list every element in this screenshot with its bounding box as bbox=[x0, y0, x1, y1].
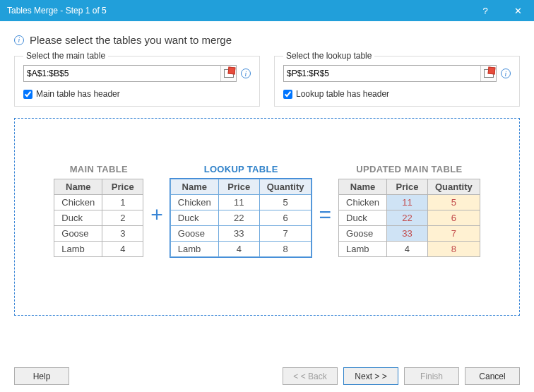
updated-table-title: UPDATED MAIN TABLE bbox=[356, 164, 462, 174]
table-cell: 4 bbox=[386, 242, 427, 257]
column-header: Name bbox=[339, 179, 387, 195]
lookup-has-header-row[interactable]: Lookup table has header bbox=[283, 89, 511, 99]
table-cell: 4 bbox=[218, 242, 259, 257]
table-row: Lamb48 bbox=[339, 242, 480, 257]
table-cell: 8 bbox=[259, 242, 312, 257]
main-table-title: MAIN TABLE bbox=[70, 164, 128, 174]
table-cell: Lamb bbox=[339, 242, 387, 257]
main-table-range-input[interactable] bbox=[23, 65, 237, 82]
table-cell: 11 bbox=[218, 195, 259, 210]
lookup-table-legend: Select the lookup table bbox=[283, 51, 374, 61]
main-table-legend: Select the main table bbox=[23, 51, 108, 61]
table-cell: 11 bbox=[386, 195, 427, 210]
table-row: Goose337 bbox=[339, 226, 480, 242]
table-cell: 22 bbox=[386, 210, 427, 226]
table-row: Goose3 bbox=[54, 226, 143, 242]
main-table-group: Select the main table i Main table has h… bbox=[14, 56, 260, 107]
table-cell: Chicken bbox=[170, 195, 218, 210]
help-button[interactable]: Help bbox=[14, 367, 69, 385]
table-cell: Duck bbox=[170, 210, 218, 226]
table-row: Chicken1 bbox=[54, 195, 143, 210]
table-row: Duck2 bbox=[54, 210, 143, 226]
column-header: Price bbox=[218, 179, 259, 195]
range-select-icon bbox=[224, 69, 234, 78]
lookup-table-group: Select the lookup table i Lookup table h… bbox=[274, 56, 520, 107]
main-has-header-checkbox[interactable] bbox=[23, 90, 32, 99]
main-range-select-button[interactable] bbox=[220, 66, 236, 81]
lookup-range-select-button[interactable] bbox=[480, 66, 496, 81]
table-cell: 7 bbox=[427, 226, 480, 242]
table-cell: 22 bbox=[218, 210, 259, 226]
updated-table-preview: UPDATED MAIN TABLE NamePriceQuantityChic… bbox=[338, 164, 480, 257]
back-button[interactable]: < < Back bbox=[283, 367, 338, 385]
column-header: Price bbox=[386, 179, 427, 195]
column-header: Quantity bbox=[427, 179, 480, 195]
table-row: Chicken115 bbox=[339, 195, 480, 210]
main-table-preview: MAIN TABLE NamePriceChicken1Duck2Goose3L… bbox=[54, 164, 143, 257]
table-cell: Goose bbox=[339, 226, 387, 242]
table-cell: 7 bbox=[259, 226, 312, 242]
table-cell: 6 bbox=[427, 210, 480, 226]
table-row: Duck226 bbox=[170, 210, 312, 226]
table-row: Goose337 bbox=[170, 226, 312, 242]
column-header: Quantity bbox=[259, 179, 312, 195]
lookup-table-preview: LOOKUP TABLE NamePriceQuantityChicken115… bbox=[170, 164, 312, 257]
table-cell: Chicken bbox=[339, 195, 387, 210]
table-row: Duck226 bbox=[339, 210, 480, 226]
info-icon: i bbox=[14, 35, 24, 45]
info-icon[interactable]: i bbox=[241, 69, 251, 78]
table-cell: Duck bbox=[54, 210, 102, 226]
table-row: Lamb48 bbox=[170, 242, 312, 257]
table-cell: 8 bbox=[427, 242, 480, 257]
finish-button[interactable]: Finish bbox=[404, 367, 459, 385]
table-cell: Duck bbox=[339, 210, 387, 226]
range-select-icon bbox=[484, 69, 494, 78]
table-row: Lamb4 bbox=[54, 242, 143, 257]
main-has-header-row[interactable]: Main table has header bbox=[23, 89, 251, 99]
table-cell: 4 bbox=[102, 242, 143, 257]
titlebar: Tables Merge - Step 1 of 5 ? ✕ bbox=[0, 0, 534, 21]
next-button[interactable]: Next > > bbox=[343, 367, 398, 385]
table-cell: Goose bbox=[54, 226, 102, 242]
table-cell: 6 bbox=[259, 210, 312, 226]
lookup-has-header-label: Lookup table has header bbox=[296, 89, 389, 99]
table-cell: 33 bbox=[218, 226, 259, 242]
table-row: Chicken115 bbox=[170, 195, 312, 210]
column-header: Name bbox=[170, 179, 218, 195]
lookup-table-title: LOOKUP TABLE bbox=[204, 164, 278, 174]
footer: Help < < Back Next > > Finish Cancel bbox=[14, 367, 520, 385]
table-cell: 5 bbox=[427, 195, 480, 210]
equals-icon: = bbox=[316, 203, 334, 227]
column-header: Price bbox=[102, 179, 143, 195]
help-titlebar-button[interactable]: ? bbox=[469, 0, 502, 21]
lookup-table-range-input[interactable] bbox=[283, 65, 497, 82]
table-cell: 33 bbox=[386, 226, 427, 242]
table-cell: Chicken bbox=[54, 195, 102, 210]
cancel-button[interactable]: Cancel bbox=[465, 367, 520, 385]
instruction-row: i Please select the tables you want to m… bbox=[14, 34, 520, 46]
table-cell: 2 bbox=[102, 210, 143, 226]
instruction-text: Please select the tables you want to mer… bbox=[30, 34, 232, 46]
lookup-has-header-checkbox[interactable] bbox=[283, 90, 292, 99]
info-icon[interactable]: i bbox=[501, 69, 511, 78]
main-has-header-label: Main table has header bbox=[36, 89, 120, 99]
table-cell: Lamb bbox=[54, 242, 102, 257]
column-header: Name bbox=[54, 179, 102, 195]
table-cell: 5 bbox=[259, 195, 312, 210]
table-cell: Goose bbox=[170, 226, 218, 242]
table-cell: 1 bbox=[102, 195, 143, 210]
table-cell: Lamb bbox=[170, 242, 218, 257]
close-titlebar-button[interactable]: ✕ bbox=[502, 0, 534, 21]
preview-panel: MAIN TABLE NamePriceChicken1Duck2Goose3L… bbox=[14, 118, 520, 316]
window-title: Tables Merge - Step 1 of 5 bbox=[7, 6, 469, 16]
table-cell: 3 bbox=[102, 226, 143, 242]
plus-icon: + bbox=[148, 203, 166, 227]
